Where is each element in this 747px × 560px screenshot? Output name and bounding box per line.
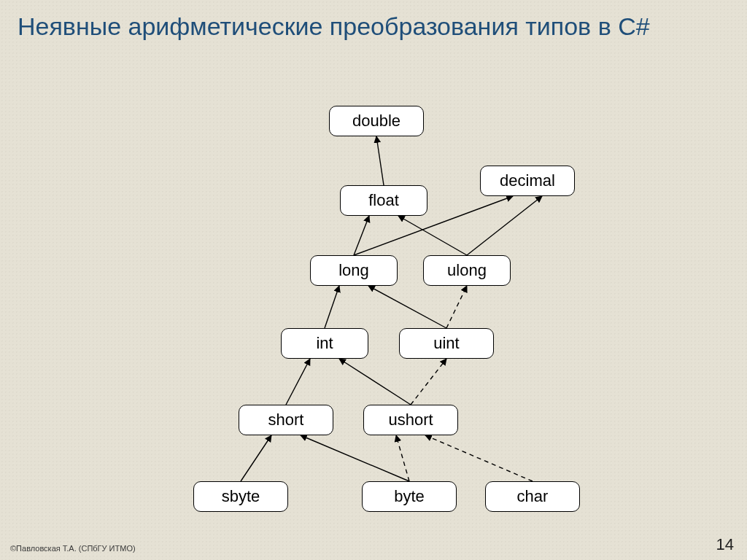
- node-uint: uint: [399, 328, 494, 359]
- edge-ushort-to-int: [339, 359, 411, 405]
- node-long: long: [310, 255, 398, 286]
- node-char: char: [485, 481, 580, 512]
- page-number: 14: [716, 535, 734, 554]
- edge-ushort-to-uint: [411, 359, 446, 405]
- node-ulong: ulong: [423, 255, 511, 286]
- edge-byte-to-ushort: [396, 435, 409, 481]
- edge-sbyte-to-short: [241, 435, 271, 481]
- node-float: float: [340, 185, 427, 216]
- edge-ulong-to-float: [398, 216, 467, 255]
- node-decimal: decimal: [480, 166, 575, 196]
- node-short: short: [239, 405, 333, 435]
- edge-uint-to-long: [368, 286, 446, 328]
- node-double: double: [329, 106, 424, 136]
- edge-int-to-long: [325, 286, 339, 328]
- edge-uint-to-ulong: [446, 286, 467, 328]
- node-byte: byte: [362, 481, 457, 512]
- edge-ulong-to-decimal: [467, 196, 542, 255]
- edge-byte-to-short: [301, 435, 409, 481]
- node-int: int: [281, 328, 368, 359]
- edge-float-to-double: [376, 136, 384, 185]
- node-sbyte: sbyte: [193, 481, 288, 512]
- node-ushort: ushort: [363, 405, 458, 435]
- slide-title: Неявные арифметические преобразования ти…: [18, 12, 729, 42]
- edge-short-to-int: [286, 359, 310, 405]
- edge-long-to-float: [354, 216, 369, 255]
- edge-char-to-ushort: [425, 435, 533, 481]
- copyright-text: ©Павловская Т.А. (СПбГУ ИТМО): [10, 544, 136, 553]
